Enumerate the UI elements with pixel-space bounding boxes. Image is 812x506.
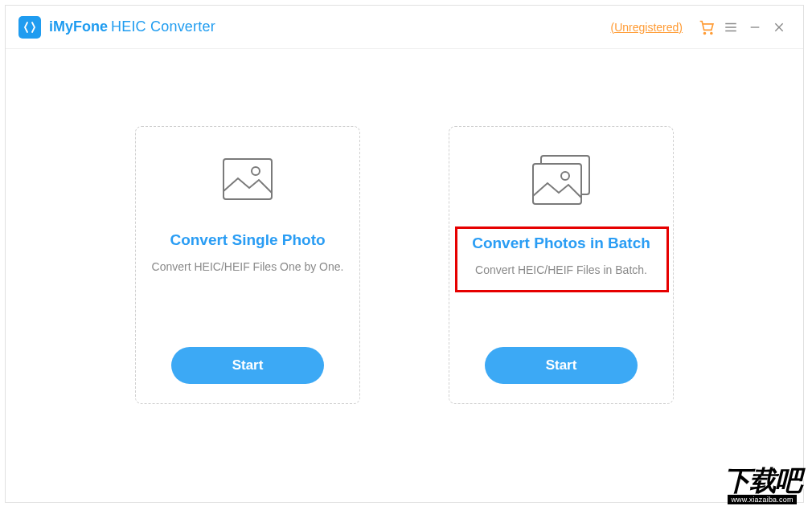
start-batch-button[interactable]: Start [485, 347, 638, 384]
svg-point-9 [252, 167, 260, 175]
svg-rect-8 [224, 159, 272, 199]
svg-point-0 [704, 32, 706, 34]
cart-icon[interactable] [695, 16, 718, 39]
app-logo-icon [18, 16, 41, 39]
titlebar: iMyFone HEIC Converter (Unregistered) [6, 6, 803, 49]
brand-name: iMyFone [49, 18, 108, 35]
main-content: Convert Single Photo Convert HEIC/HEIF F… [6, 49, 803, 502]
card-single-subtitle: Convert HEIC/HEIF Files One by One. [152, 260, 344, 273]
card-single-title: Convert Single Photo [170, 231, 325, 249]
card-batch-subtitle: Convert HEIC/HEIF Files in Batch. [475, 263, 647, 276]
photo-icon [219, 154, 277, 207]
svg-point-1 [711, 32, 712, 34]
unregistered-link[interactable]: (Unregistered) [611, 21, 683, 34]
svg-rect-11 [533, 164, 581, 204]
menu-icon[interactable] [720, 16, 742, 39]
product-name: HEIC Converter [111, 18, 215, 35]
app-window: iMyFone HEIC Converter (Unregistered) [5, 5, 804, 503]
photos-batch-icon [528, 154, 594, 210]
close-icon[interactable] [768, 16, 790, 39]
start-single-button[interactable]: Start [171, 347, 324, 384]
wave-background [6, 317, 803, 502]
card-convert-batch: Convert Photos in Batch Convert HEIC/HEI… [449, 126, 674, 404]
card-batch-title: Convert Photos in Batch [472, 235, 650, 252]
watermark: 下载吧 www.xiazaiba.com [724, 467, 801, 504]
watermark-url: www.xiazaiba.com [728, 495, 796, 504]
minimize-icon[interactable] [744, 16, 766, 39]
watermark-text: 下载吧 [724, 467, 801, 494]
card-convert-single: Convert Single Photo Convert HEIC/HEIF F… [135, 126, 360, 404]
